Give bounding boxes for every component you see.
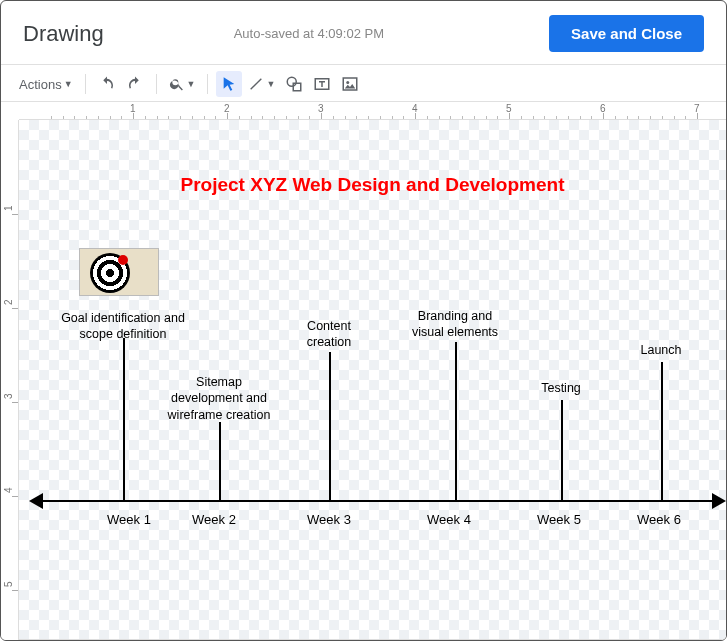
select-tool-button[interactable] — [216, 71, 242, 97]
zoom-menu-button[interactable]: ▼ — [165, 71, 200, 97]
redo-icon — [126, 75, 144, 93]
event-label[interactable]: Goal identification and scope definition — [38, 310, 208, 343]
separator — [207, 74, 208, 94]
event-label[interactable]: Launch — [621, 342, 701, 358]
svg-point-4 — [347, 81, 350, 84]
week-label[interactable]: Week 3 — [307, 512, 351, 527]
autosave-status: Auto-saved at 4:09:02 PM — [104, 26, 549, 41]
drawing-canvas[interactable]: Project XYZ Web Design and Development G… — [19, 120, 726, 640]
chevron-down-icon: ▼ — [64, 79, 73, 89]
event-tick[interactable] — [561, 400, 563, 500]
undo-icon — [98, 75, 116, 93]
line-icon — [248, 76, 264, 92]
actions-label: Actions — [19, 77, 62, 92]
week-label[interactable]: Week 5 — [537, 512, 581, 527]
undo-button[interactable] — [94, 71, 120, 97]
event-tick[interactable] — [219, 422, 221, 500]
inserted-image[interactable] — [79, 248, 159, 296]
svg-rect-1 — [294, 83, 302, 91]
week-label[interactable]: Week 2 — [192, 512, 236, 527]
dialog-title: Drawing — [23, 21, 104, 47]
week-label[interactable]: Week 6 — [637, 512, 681, 527]
event-tick[interactable] — [123, 338, 125, 500]
cursor-icon — [221, 76, 237, 92]
event-label[interactable]: Content creation — [284, 318, 374, 351]
actions-menu-button[interactable]: Actions ▼ — [15, 71, 77, 97]
zoom-icon — [169, 76, 185, 92]
workspace: 12345 Project XYZ Web Design and Develop… — [1, 120, 726, 640]
separator — [156, 74, 157, 94]
separator — [85, 74, 86, 94]
ruler-vertical: 12345 — [1, 120, 19, 640]
bullseye-graphic — [90, 253, 130, 293]
save-and-close-button[interactable]: Save and Close — [549, 15, 704, 52]
toolbar: Actions ▼ ▼ ▼ — [1, 65, 726, 102]
timeline-arrow-right — [712, 493, 726, 509]
week-label[interactable]: Week 4 — [427, 512, 471, 527]
textbox-icon — [313, 75, 331, 93]
event-tick[interactable] — [329, 352, 331, 500]
redo-button[interactable] — [122, 71, 148, 97]
chevron-down-icon: ▼ — [266, 79, 275, 89]
image-tool-button[interactable] — [337, 71, 363, 97]
timeline-arrow-left — [29, 493, 43, 509]
drawing-title-text[interactable]: Project XYZ Web Design and Development — [19, 174, 726, 196]
event-tick[interactable] — [455, 342, 457, 500]
week-label[interactable]: Week 1 — [107, 512, 151, 527]
line-tool-button[interactable]: ▼ — [244, 71, 279, 97]
chevron-down-icon: ▼ — [187, 79, 196, 89]
dialog-header: Drawing Auto-saved at 4:09:02 PM Save an… — [1, 1, 726, 65]
svg-point-0 — [288, 77, 297, 86]
event-tick[interactable] — [661, 362, 663, 500]
ruler-horizontal: 1234567 — [19, 102, 726, 120]
event-label[interactable]: Sitemap development and wireframe creati… — [149, 374, 289, 423]
shape-icon — [285, 75, 303, 93]
textbox-tool-button[interactable] — [309, 71, 335, 97]
image-icon — [341, 75, 359, 93]
shape-tool-button[interactable] — [281, 71, 307, 97]
event-label[interactable]: Branding and visual elements — [390, 308, 520, 341]
event-label[interactable]: Testing — [521, 380, 601, 396]
timeline-axis[interactable] — [39, 500, 716, 502]
